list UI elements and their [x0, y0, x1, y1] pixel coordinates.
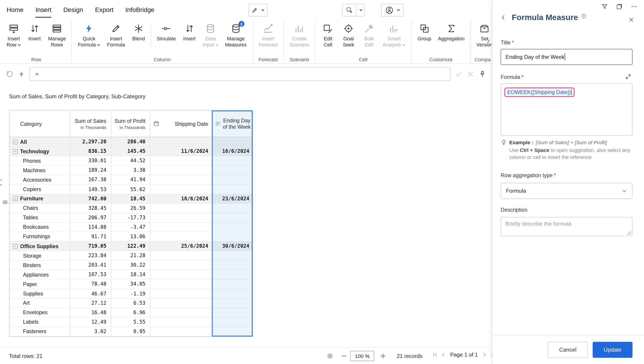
cell-profit[interactable]: -3.47: [111, 223, 150, 232]
cell-profit[interactable]: 122.49: [111, 242, 150, 251]
cell-profit[interactable]: 30.22: [111, 260, 150, 270]
cell-sales[interactable]: 46.67: [70, 289, 111, 298]
cell-category[interactable]: Labels: [10, 318, 70, 327]
cell-category[interactable]: Technology: [10, 147, 70, 156]
cell-shipping-date[interactable]: [150, 280, 212, 289]
cell-ending-day[interactable]: [212, 308, 252, 317]
ribbon-button-invert-row[interactable]: Invert: [24, 22, 45, 44]
ribbon-overflow-button[interactable]: [485, 36, 491, 46]
cell-ending-day[interactable]: 23/6/2024: [212, 194, 252, 204]
cell-sales[interactable]: 114.88: [70, 223, 111, 232]
cell-sales[interactable]: 330.01: [70, 156, 111, 166]
cell-profit[interactable]: 34.05: [111, 280, 150, 289]
open-window-icon[interactable]: [616, 4, 622, 10]
undo-icon[interactable]: [6, 70, 14, 78]
cell-profit[interactable]: -1.19: [111, 289, 150, 298]
cell-category[interactable]: Bookcases: [10, 223, 70, 232]
cell-category[interactable]: Tables: [10, 213, 70, 223]
cell-shipping-date[interactable]: [150, 251, 212, 260]
cell-ending-day[interactable]: [212, 251, 252, 260]
pin-icon[interactable]: [478, 70, 486, 78]
info-icon[interactable]: [581, 13, 587, 19]
ribbon-button-insert-row[interactable]: InsertRow: [4, 22, 24, 50]
cell-ending-day[interactable]: [212, 289, 252, 298]
cell-ending-day[interactable]: [212, 156, 252, 166]
cell-category[interactable]: All: [10, 137, 70, 147]
ribbon-button-manage-measures[interactable]: 2 ManageMeasures: [222, 22, 250, 50]
cell-shipping-date[interactable]: [150, 232, 212, 242]
cell-sales[interactable]: 223.84: [70, 251, 111, 260]
cell-category[interactable]: Art: [10, 298, 70, 308]
cell-profit[interactable]: 26.59: [111, 204, 150, 213]
cell-sales[interactable]: 836.15: [70, 147, 111, 156]
cell-profit[interactable]: 13.06: [111, 232, 150, 242]
more-icon[interactable]: [631, 4, 638, 10]
cell-category[interactable]: Copiers: [10, 184, 70, 194]
column-header-sum-of-profit[interactable]: Sum of Profitin Thousands: [111, 110, 150, 137]
cell-category[interactable]: Furniture: [10, 194, 70, 204]
lightning-icon[interactable]: [18, 70, 26, 78]
cell-sales[interactable]: 2,297.20: [70, 137, 111, 147]
update-button[interactable]: Update: [592, 342, 632, 358]
cell-shipping-date[interactable]: [150, 175, 212, 184]
collapse-icon[interactable]: [13, 244, 18, 248]
ribbon-button-invert-column[interactable]: Invert: [179, 22, 200, 44]
next-page-icon[interactable]: [482, 352, 488, 358]
cell-ending-day[interactable]: [212, 280, 252, 289]
column-header-shipping-date[interactable]: Shipping Date: [150, 110, 212, 137]
collapse-icon[interactable]: [13, 149, 18, 154]
menu-tab-export[interactable]: Export: [95, 0, 114, 20]
zoom-out-icon[interactable]: [340, 352, 348, 360]
cell-shipping-date[interactable]: [150, 327, 212, 336]
cell-profit[interactable]: 6.53: [111, 298, 150, 308]
column-header-sum-of-sales[interactable]: Sum of Salesin Thousands: [70, 110, 111, 137]
cell-category[interactable]: Appliances: [10, 270, 70, 280]
row-drag-icon[interactable]: [2, 199, 8, 205]
cell-shipping-date[interactable]: 25/6/2024: [150, 242, 212, 251]
cell-shipping-date[interactable]: [150, 204, 212, 213]
cell-sales[interactable]: 12.49: [70, 318, 111, 327]
resize-grip-icon[interactable]: [627, 231, 631, 235]
cell-sales[interactable]: 16.48: [70, 308, 111, 317]
cell-sales[interactable]: 167.38: [70, 175, 111, 184]
annotation-button[interactable]: [342, 4, 364, 16]
cell-profit[interactable]: 44.52: [111, 156, 150, 166]
cell-profit[interactable]: 6.96: [111, 308, 150, 317]
first-page-icon[interactable]: [432, 352, 438, 358]
cell-ending-day[interactable]: 30/6/2024: [212, 242, 252, 251]
close-icon[interactable]: [628, 17, 634, 23]
cell-category[interactable]: Supplies: [10, 289, 70, 298]
cell-shipping-date[interactable]: [150, 308, 212, 317]
cell-profit[interactable]: 55.62: [111, 184, 150, 194]
cell-category[interactable]: Office Supplies: [10, 242, 70, 251]
ribbon-button-simulate[interactable]: Simulate: [154, 22, 179, 44]
cell-shipping-date[interactable]: [150, 270, 212, 280]
cell-profit[interactable]: 18.14: [111, 270, 150, 280]
cell-ending-day[interactable]: [212, 232, 252, 242]
cell-ending-day[interactable]: [212, 223, 252, 232]
cell-category[interactable]: Machines: [10, 166, 70, 175]
column-header-ending-day[interactable]: Ending Day of the Week: [212, 110, 252, 137]
aggregation-select[interactable]: Formula: [501, 183, 632, 199]
cell-profit[interactable]: 41.94: [111, 175, 150, 184]
cell-shipping-date[interactable]: 18/6/2024: [150, 194, 212, 204]
cell-profit[interactable]: 21.28: [111, 251, 150, 260]
cell-category[interactable]: Binders: [10, 260, 70, 270]
cell-category[interactable]: Fasteners: [10, 327, 70, 336]
cell-profit[interactable]: 286.40: [111, 137, 150, 147]
cell-profit[interactable]: 18.45: [111, 194, 150, 204]
ribbon-button-insert-formula[interactable]: InsertFormula: [104, 22, 128, 50]
cell-sales[interactable]: 206.97: [70, 213, 111, 223]
cell-sales[interactable]: 3.02: [70, 327, 111, 336]
ribbon-button-group[interactable]: Group: [414, 22, 435, 44]
cell-ending-day[interactable]: [212, 137, 252, 147]
title-field-input[interactable]: Ending Day of the Week: [501, 49, 632, 65]
cell-shipping-date[interactable]: [150, 298, 212, 308]
cell-shipping-date[interactable]: [150, 184, 212, 194]
filter-icon[interactable]: [601, 4, 608, 10]
cell-category[interactable]: Storage: [10, 251, 70, 260]
menu-tab-design[interactable]: Design: [63, 0, 83, 20]
cell-category[interactable]: Accessories: [10, 175, 70, 184]
cell-profit[interactable]: -17.73: [111, 213, 150, 223]
ribbon-button-edit-cell[interactable]: EditCell: [318, 22, 338, 50]
